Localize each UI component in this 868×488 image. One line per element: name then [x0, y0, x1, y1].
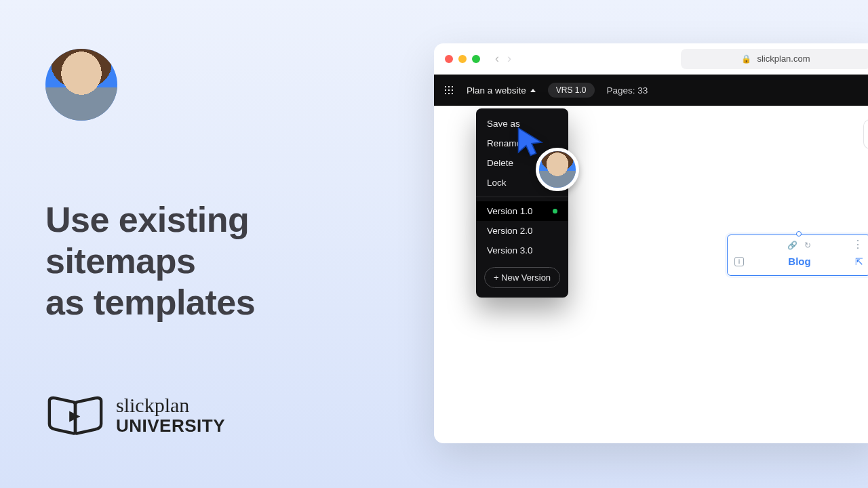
brand-text: slickplan UNIVERSITY — [116, 395, 225, 436]
version-item-3[interactable]: Version 3.0 — [476, 241, 568, 260]
apps-grid-icon[interactable] — [443, 85, 454, 96]
nav-arrows: ‹ › — [495, 52, 511, 66]
version-item-2[interactable]: Version 2.0 — [476, 221, 568, 241]
project-dropdown: Save as Rename Delete Lock Version 1.0 V… — [476, 108, 568, 298]
external-link-icon[interactable]: ⇱ — [855, 256, 863, 267]
book-play-icon — [45, 393, 105, 438]
presenter-avatar — [45, 49, 117, 121]
refresh-icon[interactable]: ↻ — [804, 241, 811, 250]
new-version-button[interactable]: + New Version — [484, 267, 560, 288]
forward-icon[interactable]: › — [507, 52, 511, 66]
lesson-title: Use existing sitemaps as templates — [45, 199, 255, 323]
node-connector-icon — [796, 231, 802, 237]
version-pill-label: VRS 1.0 — [556, 85, 587, 95]
version-item-1[interactable]: Version 1.0 — [476, 201, 568, 221]
traffic-lights — [445, 55, 480, 63]
comments-panel-toggle[interactable]: ○ — [863, 119, 868, 149]
browser-window: ‹ › 🔒 slickplan.com Plan a website VRS 1… — [434, 43, 868, 443]
back-icon[interactable]: ‹ — [495, 52, 499, 66]
version-pill[interactable]: VRS 1.0 — [548, 83, 595, 98]
lock-icon: 🔒 — [741, 54, 751, 64]
pages-count: Pages: 33 — [607, 85, 648, 96]
avatar-face — [45, 49, 117, 121]
close-window-icon[interactable] — [445, 55, 453, 63]
link-icon[interactable]: 🔗 — [787, 241, 797, 250]
menu-item-lock[interactable]: Lock — [476, 173, 568, 192]
more-vert-icon[interactable]: ⋮ — [852, 239, 863, 250]
project-menu[interactable]: Plan a website — [467, 85, 536, 96]
menu-separator — [476, 197, 568, 197]
node-label: Blog — [788, 256, 810, 267]
version-label: Version 1.0 — [487, 206, 533, 216]
menu-item-save-as[interactable]: Save as — [476, 114, 568, 134]
info-icon[interactable] — [734, 257, 744, 266]
browser-chrome: ‹ › 🔒 slickplan.com — [434, 43, 868, 75]
version-label: Version 3.0 — [487, 245, 533, 256]
menu-item-rename[interactable]: Rename — [476, 134, 568, 153]
app-bar: Plan a website VRS 1.0 Pages: 33 — [434, 75, 868, 106]
lesson-title-line: as templates — [45, 282, 255, 323]
menu-item-delete[interactable]: Delete — [476, 153, 568, 173]
lesson-title-line: Use existing — [45, 199, 255, 241]
lesson-title-line: sitemaps — [45, 241, 255, 282]
brand-caps: UNIVERSITY — [116, 415, 225, 436]
maximize-window-icon[interactable] — [472, 55, 480, 63]
brand-script: slickplan — [116, 395, 225, 415]
sitemap-node[interactable]: 🔗 ↻ ⋮ Blog ⇱ — [727, 235, 868, 276]
minimize-window-icon[interactable] — [458, 55, 467, 63]
brand-logo: slickplan UNIVERSITY — [45, 393, 225, 438]
version-label: Version 2.0 — [487, 226, 533, 236]
project-name: Plan a website — [467, 85, 526, 96]
node-toolbar: 🔗 ↻ ⋮ — [734, 241, 863, 250]
url-text: slickplan.com — [757, 54, 810, 64]
chevron-up-icon — [530, 89, 536, 92]
active-dot-icon — [553, 209, 557, 214]
address-bar[interactable]: 🔒 slickplan.com — [681, 49, 868, 69]
